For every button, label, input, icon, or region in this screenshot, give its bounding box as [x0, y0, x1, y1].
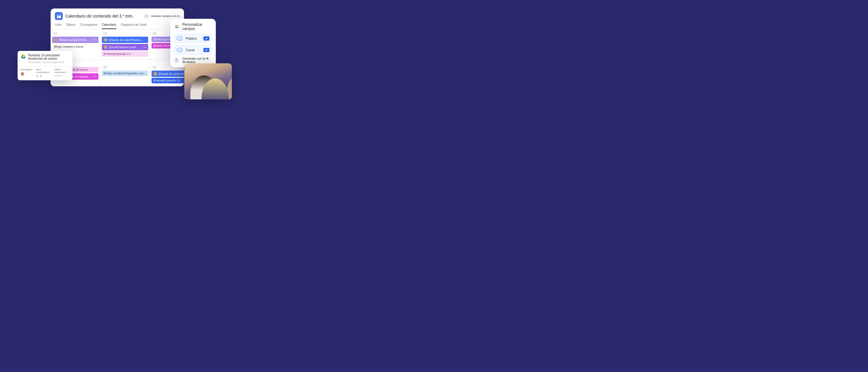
- svg-point-11: [146, 47, 146, 47]
- date-number: 12: [51, 31, 99, 37]
- fields-icon: [174, 23, 180, 30]
- date-number: 13: [101, 31, 149, 37]
- last-comment-label: Último comentario: [54, 68, 69, 74]
- owner-avatar: [21, 72, 24, 76]
- assignee-avatar: [104, 38, 107, 42]
- tab-calendar[interactable]: Calendario: [102, 23, 116, 29]
- chevron-down-icon: [177, 36, 183, 41]
- svg-point-9: [144, 46, 145, 46]
- ai-generated-label: Generado con la IA de Asana: [182, 57, 212, 64]
- customize-title: Personalizar campos: [182, 23, 212, 31]
- calendar-day-cell[interactable]: 13[Estudio de caso] Phoenix…[Ebook] Mejo…: [100, 29, 150, 60]
- checkbox-public[interactable]: [204, 36, 210, 41]
- view-tabs: Lista Tablero Cronograma Calendario Diag…: [51, 20, 184, 29]
- tab-board[interactable]: Tablero: [66, 23, 76, 29]
- tab-gantt[interactable]: Diagrama de Gantt: [121, 23, 147, 29]
- tab-timeline[interactable]: Cronograma: [80, 23, 97, 29]
- sparkle-icon: [144, 13, 149, 19]
- svg-point-18: [176, 25, 177, 27]
- event-title: [Blog] Consejos y trucos: [54, 45, 97, 48]
- sparkle-icon: [174, 57, 179, 63]
- calendar-event[interactable]: [Pódcast] Episodio 2.4: [102, 51, 148, 57]
- calendar-event[interactable]: [Redes sociales] Publi…1: [52, 37, 98, 43]
- google-drive-icon: [21, 54, 26, 59]
- comments-label: Abrir comentarios: [36, 68, 51, 74]
- calendar-event[interactable]: [Redes sociales] Preguntas y res…: [102, 71, 148, 76]
- event-title: [Redes sociales] Publi…: [59, 38, 91, 41]
- calendar-event[interactable]: [Blog] Consejos y trucos: [52, 44, 98, 49]
- owner-label: Encargado: [21, 68, 32, 71]
- event-title: [Ebook] Mejores prácti…: [109, 46, 140, 49]
- svg-point-7: [96, 39, 96, 40]
- calendar-event[interactable]: [Ebook] Mejores prácti…1: [102, 44, 148, 50]
- event-title: [Pódcast] Episodio 2.4: [104, 53, 146, 56]
- event-title: [Redes sociales] Preguntas y res…: [104, 72, 146, 75]
- page-title: Calendario de contenido del 3.º trim.: [65, 13, 142, 19]
- calendar-event[interactable]: [Pódcast] Episodio 2.5: [152, 78, 184, 83]
- svg-rect-3: [58, 16, 58, 16]
- assignee-avatar: [104, 45, 107, 49]
- svg-point-5: [147, 16, 148, 17]
- attachment-title: Nuestras 10 principales tendencias de ve…: [28, 54, 69, 60]
- checkbox-channel[interactable]: [204, 48, 210, 52]
- calendar-icon: [55, 12, 63, 20]
- field-public-label: Público: [186, 37, 200, 40]
- svg-point-13: [96, 76, 96, 76]
- customize-fields-panel: Personalizar campos Público Canal Genera…: [170, 19, 216, 67]
- view-in-drive-link[interactable]: Ver en Google Drive: [43, 61, 65, 64]
- calendar-day-cell[interactable]: 20[Redes sociales] Preguntas y res…: [100, 60, 150, 86]
- attachment-card[interactable]: Nuestras 10 principales tendencias de ve…: [18, 51, 72, 80]
- calendar-event[interactable]: [Estudio de caso] Yeti …1: [152, 71, 184, 77]
- tab-list[interactable]: Lista: [55, 23, 61, 29]
- field-public[interactable]: Público: [174, 34, 212, 43]
- chevron-down-icon: [177, 48, 183, 52]
- calendar-event[interactable]: [Estudio de caso] Phoenix…: [102, 37, 148, 43]
- ai-button-label: Generar campos con IA: [151, 14, 180, 18]
- svg-point-20: [176, 27, 177, 29]
- event-title: [Estudio de caso] Yeti …: [159, 72, 184, 75]
- field-channel[interactable]: Canal: [174, 45, 212, 55]
- svg-rect-4: [59, 16, 59, 16]
- assignee-avatar: [54, 38, 58, 42]
- date-number: 20: [101, 65, 149, 71]
- svg-point-8: [96, 40, 96, 40]
- svg-point-22: [177, 61, 178, 62]
- subtask-count: 1: [92, 38, 97, 41]
- subtask-count: 1: [142, 46, 146, 48]
- team-photo: [184, 63, 232, 99]
- subtask-count: 1: [92, 75, 97, 78]
- assignee-avatar: [153, 72, 157, 76]
- event-title: [Pódcast] Episodio 2.5: [153, 79, 184, 82]
- svg-point-21: [177, 27, 179, 29]
- generate-ai-fields-button[interactable]: Generar campos con IA: [144, 13, 180, 19]
- svg-point-19: [177, 25, 179, 27]
- comments-count[interactable]: 3: [36, 75, 51, 77]
- field-channel-label: Canal: [186, 48, 200, 52]
- event-title: [Estudio de caso] Phoenix…: [109, 38, 146, 41]
- svg-point-14: [96, 77, 96, 77]
- attachment-subtitle: Documento · Ver en Google Drive: [28, 61, 69, 64]
- last-comment-placeholder: [54, 75, 63, 77]
